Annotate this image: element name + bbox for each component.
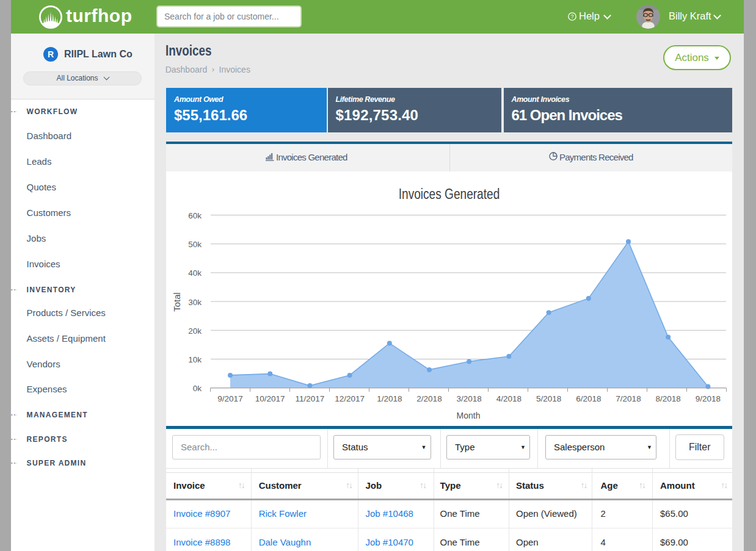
- svg-text:20k: 20k: [188, 326, 202, 336]
- svg-text:2/2018: 2/2018: [416, 394, 442, 403]
- svg-text:30k: 30k: [188, 298, 202, 307]
- svg-text:0k: 0k: [193, 384, 202, 393]
- svg-text:8/2018: 8/2018: [656, 394, 681, 403]
- svg-text:?: ?: [570, 13, 573, 20]
- svg-text:5/2018: 5/2018: [536, 394, 561, 403]
- svg-text:6/2018: 6/2018: [576, 394, 601, 403]
- svg-text:50k: 50k: [188, 240, 202, 249]
- svg-text:Month: Month: [457, 411, 481, 420]
- svg-text:10/2017: 10/2017: [255, 394, 285, 403]
- svg-text:40k: 40k: [188, 268, 202, 278]
- svg-text:9/2018: 9/2018: [696, 394, 721, 403]
- svg-text:Total: Total: [172, 292, 182, 312]
- svg-text:12/2017: 12/2017: [335, 394, 365, 403]
- svg-text:11/2017: 11/2017: [295, 394, 324, 403]
- svg-text:3/2018: 3/2018: [457, 394, 482, 403]
- svg-text:1/2018: 1/2018: [377, 394, 402, 403]
- svg-text:10k: 10k: [188, 355, 202, 364]
- svg-text:7/2018: 7/2018: [616, 394, 641, 403]
- svg-text:60k: 60k: [188, 211, 202, 220]
- svg-text:9/2017: 9/2017: [217, 394, 242, 403]
- svg-text:4/2018: 4/2018: [496, 394, 522, 403]
